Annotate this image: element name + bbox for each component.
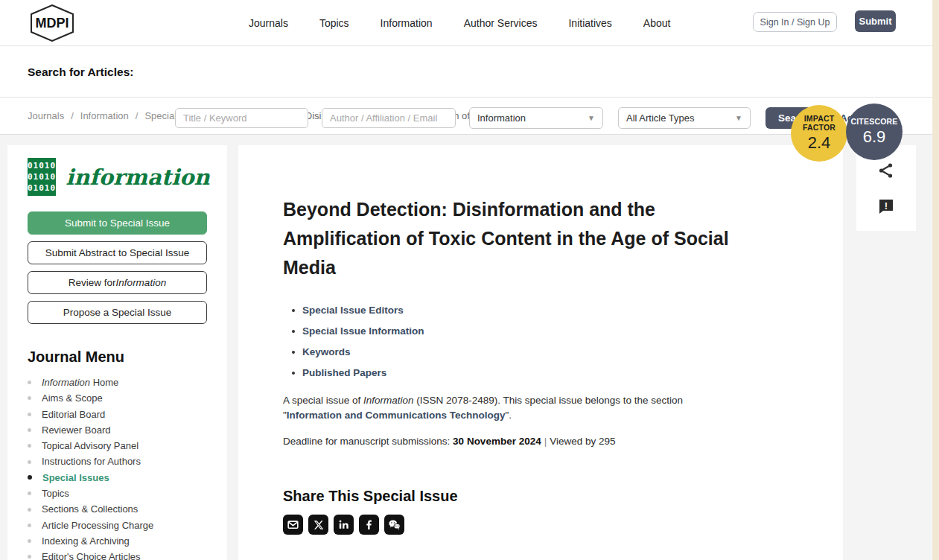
menu-item-aims-scope[interactable]: Aims & Scope: [28, 390, 207, 406]
email-icon[interactable]: [283, 515, 303, 535]
menu-item-special-issues[interactable]: Special Issues: [28, 470, 207, 486]
menu-item-editors-choice-articles[interactable]: Editor's Choice Articles: [28, 549, 207, 560]
nav-journals[interactable]: Journals: [249, 17, 288, 29]
title-keyword-input[interactable]: [175, 108, 308, 128]
header: MDPI Journals Topics Information Author …: [0, 0, 939, 46]
impact-factor-badge[interactable]: IMPACT FACTOR 2.4: [791, 105, 847, 162]
menu-item-topics[interactable]: Topics: [28, 486, 207, 501]
special-issue-description: A special issue of Information (ISSN 207…: [283, 393, 733, 423]
section-link[interactable]: Information and Communications Technolog…: [287, 410, 506, 421]
citescore-badge[interactable]: CITESCORE 6.9: [846, 104, 903, 160]
bullet-icon: [28, 381, 31, 384]
menu-item-reviewer-board[interactable]: Reviewer Board: [28, 422, 207, 438]
list-item: Published Papers: [283, 363, 843, 384]
list-item: Special Issue Information: [283, 321, 843, 342]
impact-factor-label: IMPACT: [804, 114, 835, 123]
mdpi-logo[interactable]: MDPI: [25, 4, 79, 42]
bullet-icon: [292, 309, 295, 312]
special-issue-content: Beyond Detection: Disinformation and the…: [238, 145, 843, 560]
feedback-comment-exclamation-icon[interactable]: !: [876, 197, 896, 216]
bullet-icon: [292, 351, 295, 354]
link-special-issue-information[interactable]: Special Issue Information: [302, 321, 424, 342]
journal-name: information: [66, 165, 210, 190]
sign-in-button[interactable]: Sign In / Sign Up: [753, 12, 837, 32]
link-special-issue-editors[interactable]: Special Issue Editors: [302, 300, 404, 321]
facebook-icon[interactable]: [359, 515, 379, 535]
submit-button[interactable]: Submit: [855, 10, 896, 32]
bullet-icon: [28, 491, 31, 495]
nav-about[interactable]: About: [643, 17, 671, 29]
impact-factor-value: 2.4: [808, 133, 831, 153]
impact-factor-label-2: FACTOR: [803, 123, 835, 132]
mdpi-special-issue-page: MDPI Journals Topics Information Author …: [0, 0, 939, 560]
information-journal-logo[interactable]: 01010 01010 01010 information: [28, 158, 207, 196]
special-issue-title: Beyond Detection: Disinformation and the…: [283, 195, 760, 282]
menu-item-sections-collections[interactable]: Sections & Collections: [28, 501, 207, 517]
bullet-icon: [28, 444, 31, 448]
nav-initiatives[interactable]: Initiatives: [568, 17, 611, 29]
nav-information[interactable]: Information: [381, 17, 433, 29]
menu-item-topical-advisory-panel[interactable]: Topical Advisory Panel: [28, 438, 207, 454]
menu-item-instructions-for-authors[interactable]: Instructions for Authors: [28, 454, 207, 469]
menu-item-editorial-board[interactable]: Editorial Board: [28, 407, 207, 422]
special-issue-anchor-links: Special Issue Editors Special Issue Info…: [283, 300, 843, 384]
deadline-line: Deadline for manuscript submissions: 30 …: [283, 436, 843, 447]
linkedin-icon[interactable]: [334, 515, 354, 535]
svg-text:!: !: [885, 200, 888, 211]
share-heading: Share This Special Issue: [283, 488, 843, 505]
author-affiliation-input[interactable]: [322, 108, 456, 128]
search-label: Search for Articles:: [28, 66, 133, 79]
chevron-down-icon: ▼: [588, 114, 595, 122]
breadcrumb-journals[interactable]: Journals: [28, 110, 64, 121]
link-published-papers[interactable]: Published Papers: [302, 363, 386, 384]
menu-item-article-processing-charge[interactable]: Article Processing Charge: [28, 518, 207, 533]
chevron-down-icon: ▼: [735, 114, 742, 122]
bullet-icon: [292, 330, 295, 333]
bullet-icon: [28, 428, 31, 432]
menu-item-information-home[interactable]: Information Home: [28, 375, 207, 390]
breadcrumb-separator: /: [71, 110, 74, 121]
list-item: Special Issue Editors: [283, 300, 843, 321]
deadline-date: 30 November 2024: [453, 436, 541, 447]
link-keywords[interactable]: Keywords: [302, 342, 351, 363]
review-for-information-button[interactable]: Review for Information: [28, 271, 207, 294]
journal-menu: Information Home Aims & Scope Editorial …: [28, 375, 207, 560]
wechat-icon[interactable]: [384, 515, 404, 535]
viewed-count: Viewed by 295: [550, 436, 615, 447]
bullet-icon: [28, 475, 32, 480]
article-type-select-value: All Article Types: [626, 112, 695, 124]
citescore-label: CITESCORE: [850, 117, 897, 126]
list-item: Keywords: [283, 342, 843, 363]
bullet-icon: [292, 372, 295, 375]
journal-select[interactable]: Information ▼: [469, 107, 603, 129]
journal-select-value: Information: [477, 112, 526, 124]
menu-item-indexing-archiving[interactable]: Indexing & Archiving: [28, 533, 207, 549]
right-edge-strip: [932, 0, 939, 560]
breadcrumb-separator: /: [136, 110, 139, 121]
share-buttons: [283, 515, 843, 535]
binary-logo-icon: 01010 01010 01010: [28, 158, 56, 196]
bullet-icon: [28, 539, 31, 543]
bullet-icon: [28, 460, 31, 464]
bullet-icon: [28, 413, 31, 416]
nav-topics[interactable]: Topics: [319, 17, 349, 29]
bullet-icon: [28, 396, 31, 400]
mdpi-logo-text: MDPI: [36, 16, 69, 31]
submit-to-special-issue-button[interactable]: Submit to Special Issue: [28, 211, 207, 235]
bullet-icon: [28, 555, 31, 559]
share-icon[interactable]: [876, 161, 896, 180]
article-type-select[interactable]: All Article Types ▼: [618, 107, 751, 129]
submit-abstract-button[interactable]: Submit Abstract to Special Issue: [28, 241, 207, 264]
search-bar: Search for Articles: Information ▼ All A…: [0, 46, 939, 98]
breadcrumb-information[interactable]: Information: [80, 110, 129, 121]
propose-special-issue-button[interactable]: Propose a Special Issue: [28, 301, 207, 324]
top-navigation: Journals Topics Information Author Servi…: [249, 0, 670, 46]
journal-sidebar: 01010 01010 01010 information Submit to …: [7, 145, 227, 560]
nav-author-services[interactable]: Author Services: [464, 17, 538, 29]
journal-menu-title: Journal Menu: [28, 349, 207, 366]
bullet-icon: [28, 508, 31, 512]
citescore-value: 6.9: [863, 127, 886, 147]
bullet-icon: [28, 524, 31, 527]
x-twitter-icon[interactable]: [308, 515, 328, 535]
